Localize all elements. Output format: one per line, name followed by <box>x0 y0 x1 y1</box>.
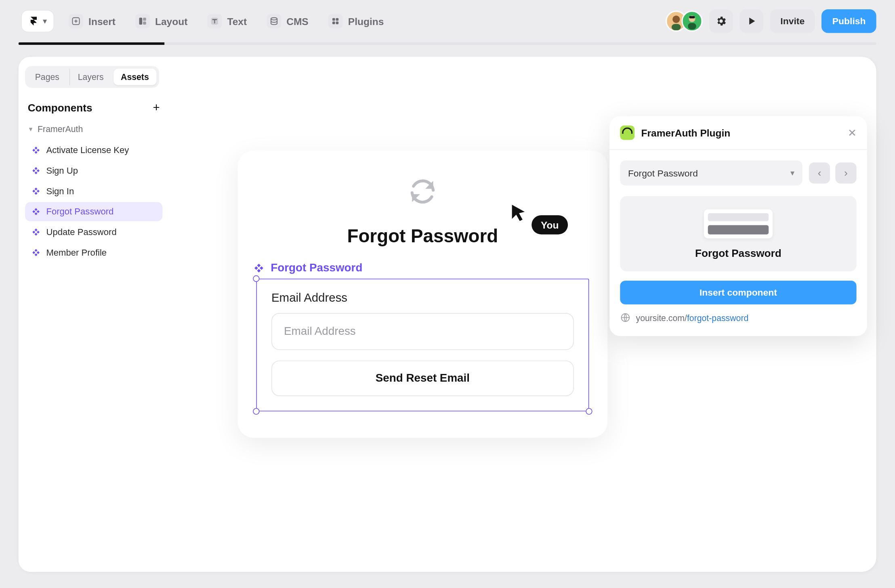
svg-point-5 <box>271 18 277 20</box>
invite-button[interactable]: Invite <box>770 9 815 33</box>
toolbar-item-label: Plugins <box>348 15 384 27</box>
publish-label: Publish <box>832 16 866 26</box>
sidebar-tab-layers[interactable]: Layers <box>69 69 111 85</box>
sidebar-item-activate[interactable]: Activate License Key <box>25 141 162 160</box>
svg-rect-3 <box>143 21 146 25</box>
close-icon: ✕ <box>848 127 856 139</box>
add-component-button[interactable]: + <box>153 101 160 115</box>
component-preview: Forgot Password <box>620 196 856 271</box>
plus-square-icon <box>69 14 83 28</box>
text-icon <box>207 14 222 28</box>
toolbar-item-label: CMS <box>286 15 309 27</box>
toolbar-insert[interactable]: Insert <box>63 10 121 33</box>
component-select[interactable]: Forgot Password ▾ <box>620 160 802 185</box>
insert-button-label: Insert component <box>700 287 777 298</box>
plugin-panel: FramerAuth Plugin ✕ Forgot Password ▾ ‹ … <box>609 116 867 336</box>
chevron-left-icon: ‹ <box>818 167 821 179</box>
url-slug: forgot-password <box>687 313 748 323</box>
prev-component-button[interactable]: ‹ <box>809 162 830 183</box>
invite-label: Invite <box>780 16 805 26</box>
sidebar-item-signin[interactable]: Sign In <box>25 182 162 201</box>
framer-menu-button[interactable]: ▾ <box>21 10 54 33</box>
toolbar: ▾ Insert Layout Text CMS Plugins <box>0 0 895 42</box>
sidebar-item-profile[interactable]: Member Profile <box>25 243 162 262</box>
svg-rect-8 <box>332 21 335 24</box>
svg-rect-9 <box>336 21 339 24</box>
chevron-right-icon: › <box>844 167 848 179</box>
svg-rect-2 <box>143 18 146 21</box>
plugin-panel-title: FramerAuth Plugin <box>641 127 731 139</box>
sidebar-category[interactable]: ▼ FramerAuth <box>25 122 162 137</box>
preview-label: Forgot Password <box>695 248 782 259</box>
component-icon <box>32 166 40 175</box>
component-icon <box>32 187 40 195</box>
avatar <box>681 10 702 32</box>
sidebar-item-label: Forgot Password <box>46 207 113 217</box>
user-cursor: You <box>511 204 568 235</box>
svg-rect-1 <box>139 18 142 25</box>
select-value: Forgot Password <box>628 168 698 178</box>
sidebar-tabs: Pages Layers Assets <box>25 66 159 88</box>
cursor-icon <box>511 204 528 223</box>
sidebar-item-signup[interactable]: Sign Up <box>25 161 162 180</box>
plugins-icon <box>328 14 343 28</box>
toolbar-layout[interactable]: Layout <box>130 10 193 33</box>
svg-rect-6 <box>332 18 335 21</box>
toolbar-item-label: Insert <box>88 15 116 27</box>
preview-mock <box>704 209 773 238</box>
component-url: yoursite.com/forgot-password <box>620 312 856 326</box>
globe-icon <box>620 312 630 323</box>
sidebar: Pages Layers Assets Components + ▼ Frame… <box>19 57 169 572</box>
component-icon <box>32 248 40 257</box>
sidebar-item-update[interactable]: Update Password <box>25 223 162 242</box>
toolbar-text[interactable]: Text <box>202 10 252 33</box>
toolbar-item-label: Text <box>227 15 247 27</box>
sidebar-section-title: Components <box>28 102 92 114</box>
toolbar-plugins[interactable]: Plugins <box>323 10 389 33</box>
component-icon <box>32 207 40 216</box>
collaborator-avatars[interactable] <box>666 10 703 32</box>
publish-button[interactable]: Publish <box>822 9 876 33</box>
layout-icon <box>135 14 150 28</box>
sidebar-item-label: Activate License Key <box>46 145 129 155</box>
svg-rect-16 <box>689 16 695 19</box>
insert-component-button[interactable]: Insert component <box>620 281 856 304</box>
sidebar-item-label: Sign Up <box>46 166 78 176</box>
next-component-button[interactable]: › <box>835 162 856 183</box>
mock-line <box>708 213 769 221</box>
svg-point-11 <box>672 16 680 23</box>
component-icon <box>32 146 40 154</box>
toolbar-item-label: Layout <box>155 15 187 27</box>
settings-button[interactable] <box>709 9 733 33</box>
mock-line <box>708 225 769 235</box>
url-base: yoursite.com/ <box>636 313 687 323</box>
framer-logo-icon <box>28 16 39 26</box>
caret-down-icon: ▼ <box>28 126 34 132</box>
sidebar-item-forgot[interactable]: Forgot Password <box>25 202 162 221</box>
preview-button[interactable] <box>740 9 763 33</box>
sidebar-tab-assets[interactable]: Assets <box>113 69 156 85</box>
svg-rect-7 <box>336 18 339 21</box>
sidebar-category-label: FramerAuth <box>38 124 83 134</box>
chevron-down-icon: ▾ <box>790 168 794 178</box>
sidebar-item-label: Update Password <box>46 227 116 237</box>
sidebar-item-label: Sign In <box>46 186 74 196</box>
sidebar-tab-pages[interactable]: Pages <box>28 69 67 85</box>
sidebar-item-label: Member Profile <box>46 248 107 258</box>
gear-icon <box>715 15 727 27</box>
database-icon <box>267 14 281 28</box>
chevron-down-icon: ▾ <box>43 17 47 26</box>
play-icon <box>746 16 756 26</box>
svg-rect-12 <box>672 24 681 30</box>
framerauth-logo-icon <box>620 126 634 140</box>
component-icon <box>32 228 40 236</box>
svg-rect-15 <box>688 23 696 29</box>
cursor-user-label: You <box>532 215 568 234</box>
toolbar-cms[interactable]: CMS <box>261 10 314 33</box>
close-button[interactable]: ✕ <box>848 126 856 139</box>
